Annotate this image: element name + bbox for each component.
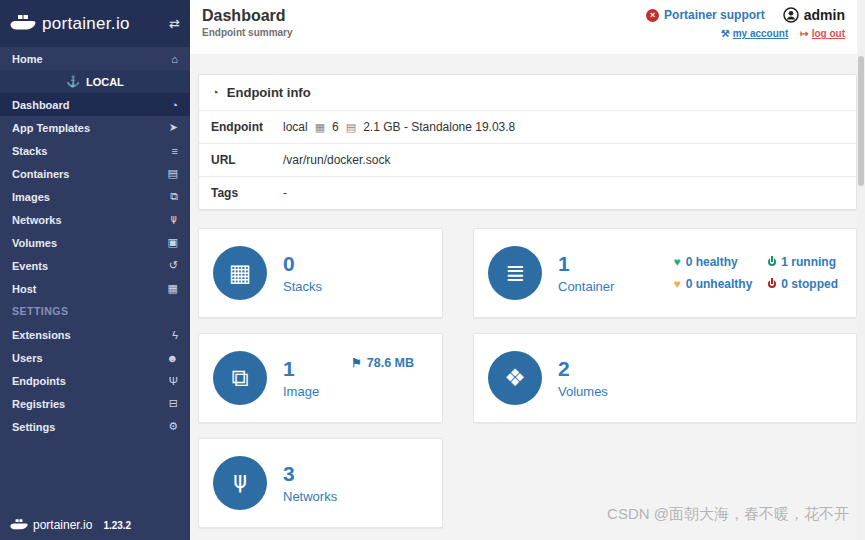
scrollbar-thumb[interactable] — [858, 56, 864, 186]
endpoint-info-panel: ◔ Endpoint info Endpoint local ▦ 6 ▤ 2.1… — [198, 74, 857, 210]
sidebar-item-label: Host — [12, 283, 36, 295]
stopped-label: 0 stopped — [781, 277, 838, 291]
networks-glyph: ⋔ — [230, 469, 250, 497]
endpoint-name-label: LOCAL — [86, 76, 124, 88]
scrollbar[interactable] — [857, 0, 865, 540]
sitemap-icon: ⋔ — [169, 213, 178, 226]
url-value: /var/run/docker.sock — [283, 153, 390, 167]
sign-out-icon: ↦ — [800, 28, 808, 39]
page-header: Dashboard Endpoint summary × Portainer s… — [190, 0, 857, 54]
containers-glyph: ≣ — [505, 259, 525, 287]
user-menu[interactable]: admin — [783, 7, 845, 23]
sidebar-item-endpoints[interactable]: Endpoints Ψ — [0, 369, 190, 392]
images-card[interactable]: ⧉ 1 Image ⚑ 78.6 MB — [198, 333, 443, 423]
sidebar-item-home[interactable]: Home ⌂ — [0, 47, 190, 70]
header-user-area: × Portainer support admin ⚒ my account ↦… — [646, 7, 845, 39]
sidebar-item-extensions[interactable]: Extensions ϟ — [0, 323, 190, 346]
sidebar-item-host[interactable]: Host ▦ — [0, 277, 190, 300]
logo-text: portainer.io — [42, 14, 130, 34]
rocket-icon: ➤ — [169, 121, 178, 134]
portainer-support-link[interactable]: × Portainer support — [646, 8, 765, 22]
sidebar-item-label: App Templates — [12, 122, 90, 134]
sidebar-item-images[interactable]: Images ⧉ — [0, 185, 190, 208]
server-icon: ▤ — [168, 167, 178, 180]
stacks-label: Stacks — [283, 279, 322, 294]
containers-icon: ≣ — [488, 246, 542, 300]
sidebar-item-label: Settings — [12, 421, 55, 433]
users-icon: ☻ — [166, 352, 178, 364]
memory-icon: ▤ — [346, 121, 356, 134]
sidebar-item-label: Volumes — [12, 237, 57, 249]
my-account-link[interactable]: ⚒ my account — [721, 28, 789, 39]
volumes-glyph: ❖ — [504, 364, 526, 392]
log-out-label: log out — [812, 28, 845, 39]
wrench-icon: ⚒ — [721, 28, 730, 39]
stacks-card[interactable]: ▦ 0 Stacks — [198, 228, 443, 318]
username-label: admin — [804, 7, 845, 23]
stopped-power-icon — [768, 280, 776, 288]
sidebar-item-users[interactable]: Users ☻ — [0, 346, 190, 369]
tags-value: - — [283, 186, 287, 200]
volumes-label: Volumes — [558, 384, 608, 399]
dashboard-cards: ▦ 0 Stacks ≣ 1 Container ♥ 0 healthy — [198, 228, 857, 528]
sidebar-item-app-templates[interactable]: App Templates ➤ — [0, 116, 190, 139]
gear-icon: ⚙ — [168, 420, 178, 433]
sidebar-item-containers[interactable]: Containers ▤ — [0, 162, 190, 185]
volumes-icon: ❖ — [488, 351, 542, 405]
sidebar-item-label: Containers — [12, 168, 69, 180]
volumes-count: 2 — [558, 357, 608, 380]
images-total-size: ⚑ 78.6 MB — [351, 356, 414, 370]
size-value: 78.6 MB — [367, 356, 414, 370]
endpoint-row-label: Endpoint — [211, 120, 283, 134]
endpoint-row: Endpoint local ▦ 6 ▤ 2.1 GB - Standalone… — [199, 110, 856, 143]
size-icon: ⚑ — [351, 356, 362, 370]
cpu-count-value: 6 — [332, 120, 339, 134]
footer-logo-text: portainer.io — [33, 518, 92, 532]
stacks-icon: ▦ — [213, 246, 267, 300]
tags-row: Tags - — [199, 176, 856, 209]
healthy-status: ♥ 0 healthy — [674, 255, 753, 269]
cpu-icon: ▦ — [315, 121, 325, 134]
support-label: Portainer support — [664, 8, 765, 22]
images-count: 1 — [283, 357, 319, 380]
container-statuses: ♥ 0 healthy ♥ 0 unhealthy 1 running — [674, 255, 842, 291]
sidebar-item-label: Events — [12, 260, 48, 272]
database-icon: ⊟ — [169, 397, 178, 410]
tachometer-icon: ◔ — [171, 99, 178, 111]
sidebar-item-label: Images — [12, 191, 50, 203]
healthy-heart-icon: ♥ — [674, 256, 681, 268]
networks-icon: ⋔ — [213, 456, 267, 510]
volumes-card[interactable]: ❖ 2 Volumes — [473, 333, 857, 423]
sidebar-item-settings[interactable]: Settings ⚙ — [0, 415, 190, 438]
grid-icon: ▦ — [168, 282, 178, 295]
sidebar-item-volumes[interactable]: Volumes ▣ — [0, 231, 190, 254]
stacks-glyph: ▦ — [229, 259, 252, 287]
healthy-label: 0 healthy — [686, 255, 738, 269]
collapse-sidebar-icon[interactable]: ⇄ — [169, 16, 180, 31]
images-label: Image — [283, 384, 319, 399]
main-content: ◔ Endpoint info Endpoint local ▦ 6 ▤ 2.1… — [190, 54, 857, 540]
sidebar-item-networks[interactable]: Networks ⋔ — [0, 208, 190, 231]
sidebar-item-label: Users — [12, 352, 43, 364]
sidebar-item-registries[interactable]: Registries ⊟ — [0, 392, 190, 415]
portainer-whale-icon-small — [10, 519, 28, 532]
sidebar-item-dashboard[interactable]: Dashboard ◔ — [0, 93, 190, 116]
my-account-label: my account — [733, 28, 789, 39]
sidebar-item-label: Stacks — [12, 145, 47, 157]
sidebar: portainer.io ⇄ Home ⌂ ⚓ LOCAL Dashboard … — [0, 0, 190, 540]
endpoint-name-value: local — [283, 120, 308, 134]
log-out-link[interactable]: ↦ log out — [800, 28, 845, 39]
memory-engine-value: 2.1 GB - Standalone 19.03.8 — [363, 120, 515, 134]
sidebar-item-events[interactable]: Events ↺ — [0, 254, 190, 277]
sidebar-footer: portainer.io 1.23.2 — [0, 518, 190, 532]
user-icon — [783, 7, 799, 23]
hdd-icon: ▣ — [168, 236, 178, 249]
sidebar-logo[interactable]: portainer.io ⇄ — [0, 0, 190, 47]
sidebar-item-label: Home — [12, 53, 43, 65]
networks-card[interactable]: ⋔ 3 Networks — [198, 438, 443, 528]
sidebar-item-stacks[interactable]: Stacks ≡ — [0, 139, 190, 162]
containers-card[interactable]: ≣ 1 Container ♥ 0 healthy ♥ 0 unhealthy — [473, 228, 857, 318]
bolt-icon: ϟ — [172, 329, 178, 341]
sidebar-endpoint-header[interactable]: ⚓ LOCAL — [0, 70, 190, 93]
images-glyph: ⧉ — [231, 364, 248, 392]
